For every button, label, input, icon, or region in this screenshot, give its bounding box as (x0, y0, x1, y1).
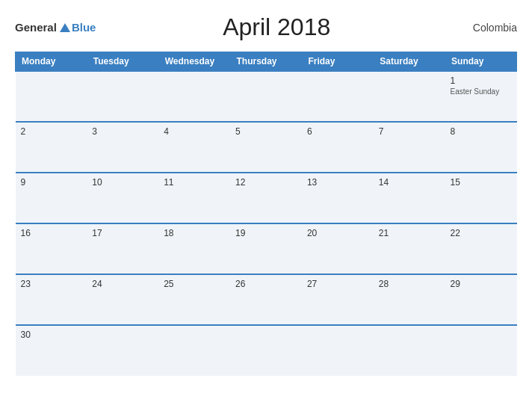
header-wednesday: Wednesday (158, 52, 230, 72)
day-cell: 19 (230, 223, 302, 274)
day-cell: 17 (87, 223, 158, 274)
day-number: 11 (164, 177, 225, 188)
week-row-6: 30 (16, 325, 517, 376)
week-row-4: 16171819202122 (16, 223, 517, 274)
day-cell: 20 (302, 223, 374, 274)
day-cell (158, 325, 230, 376)
day-cell (302, 71, 374, 122)
day-cell: 3 (87, 122, 158, 173)
day-number: 1 (451, 75, 512, 86)
header-tuesday: Tuesday (87, 52, 158, 72)
day-cell (87, 71, 158, 122)
week-row-2: 2345678 (16, 122, 517, 173)
day-cell: 4 (158, 122, 230, 173)
day-number: 18 (164, 228, 225, 238)
day-cell: 23 (16, 274, 87, 325)
weekday-header-row: Monday Tuesday Wednesday Thursday Friday… (16, 52, 517, 72)
country-label: Colombia (457, 22, 517, 34)
day-cell (374, 325, 445, 376)
day-number: 6 (307, 126, 368, 137)
day-cell: 25 (158, 274, 230, 325)
day-cell: 29 (445, 274, 517, 325)
day-number: 17 (92, 228, 153, 238)
day-number: 12 (235, 177, 297, 188)
day-cell: 7 (374, 122, 445, 173)
day-cell: 27 (302, 274, 374, 325)
calendar-table: Monday Tuesday Wednesday Thursday Friday… (15, 52, 517, 376)
day-cell: 11 (158, 173, 230, 223)
day-cell (16, 71, 87, 122)
day-number: 22 (451, 228, 512, 238)
day-cell: 15 (445, 173, 517, 223)
day-cell: 9 (16, 173, 87, 223)
day-number: 14 (379, 177, 440, 188)
day-number: 8 (451, 126, 512, 137)
day-cell: 26 (230, 274, 302, 325)
header-sunday: Sunday (445, 52, 517, 72)
day-number: 28 (379, 279, 440, 289)
day-number: 3 (92, 126, 153, 137)
day-number: 15 (451, 177, 512, 188)
header-saturday: Saturday (374, 52, 445, 72)
day-number: 5 (235, 126, 297, 137)
day-cell: 12 (230, 173, 302, 223)
day-number: 20 (307, 228, 368, 238)
day-number: 24 (92, 279, 153, 289)
week-row-1: 1Easter Sunday (16, 71, 517, 122)
day-cell (445, 325, 517, 376)
day-number: 13 (307, 177, 368, 188)
day-number: 26 (235, 279, 297, 289)
day-number: 2 (21, 126, 82, 137)
day-cell: 1Easter Sunday (445, 71, 517, 122)
header-friday: Friday (302, 52, 374, 72)
day-cell (374, 71, 445, 122)
day-number: 7 (379, 126, 440, 137)
day-cell (87, 325, 158, 376)
day-cell: 24 (87, 274, 158, 325)
day-number: 9 (21, 177, 82, 188)
calendar-title: April 2018 (96, 13, 457, 41)
day-number: 30 (21, 330, 82, 340)
day-number: 29 (451, 279, 512, 289)
day-event-label: Easter Sunday (451, 87, 512, 96)
day-cell: 8 (445, 122, 517, 173)
day-cell: 30 (16, 325, 87, 376)
calendar-page: General Blue April 2018 Colombia Monday … (0, 0, 532, 411)
day-number: 23 (21, 279, 82, 289)
day-cell (230, 325, 302, 376)
day-cell: 2 (16, 122, 87, 173)
day-number: 4 (164, 126, 225, 137)
week-row-5: 23242526272829 (16, 274, 517, 325)
week-row-3: 9101112131415 (16, 173, 517, 223)
day-cell: 13 (302, 173, 374, 223)
day-number: 16 (21, 228, 82, 238)
day-cell: 22 (445, 223, 517, 274)
day-number: 27 (307, 279, 368, 289)
day-cell: 5 (230, 122, 302, 173)
day-number: 10 (92, 177, 153, 188)
header-thursday: Thursday (230, 52, 302, 72)
logo-general-text: General (15, 21, 57, 34)
day-cell (302, 325, 374, 376)
day-cell: 28 (374, 274, 445, 325)
header-monday: Monday (16, 52, 87, 72)
day-cell: 16 (16, 223, 87, 274)
logo: General Blue (15, 21, 96, 34)
day-cell: 10 (87, 173, 158, 223)
day-number: 21 (379, 228, 440, 238)
header: General Blue April 2018 Colombia (15, 13, 517, 41)
day-number: 19 (235, 228, 297, 238)
logo-triangle-icon (60, 23, 70, 32)
day-cell: 21 (374, 223, 445, 274)
day-cell: 14 (374, 173, 445, 223)
day-cell: 6 (302, 122, 374, 173)
day-cell (230, 71, 302, 122)
logo-blue-text: Blue (72, 21, 96, 34)
day-cell: 18 (158, 223, 230, 274)
day-cell (158, 71, 230, 122)
day-number: 25 (164, 279, 225, 289)
